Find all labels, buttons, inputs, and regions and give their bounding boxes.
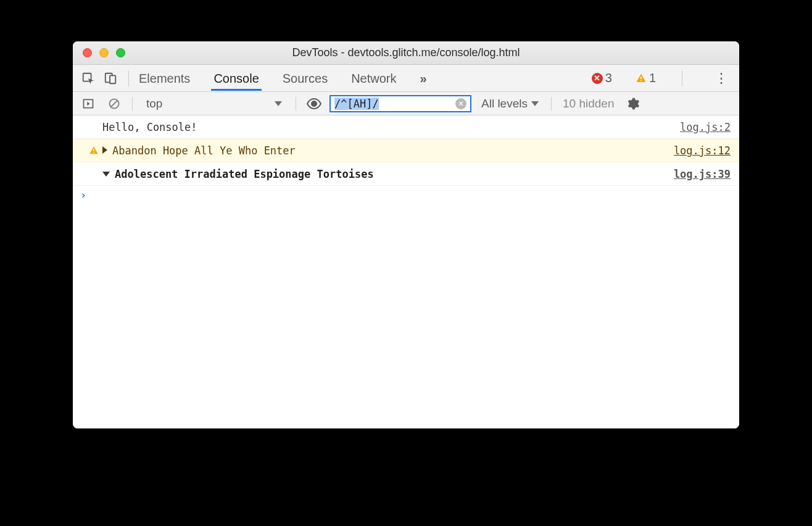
collapse-icon[interactable]	[102, 169, 110, 178]
svg-rect-3	[640, 77, 642, 80]
devtools-window: DevTools - devtools.glitch.me/console/lo…	[73, 41, 739, 428]
message-source-link[interactable]: log.js:2	[680, 121, 731, 133]
toggle-sidebar-icon[interactable]	[78, 94, 99, 114]
console-toolbar: top /^[AH]/ ✕ All levels 10 hidden	[73, 92, 739, 115]
svg-point-8	[311, 101, 317, 107]
device-toolbar-icon[interactable]	[100, 69, 121, 88]
main-tabs: Elements Console Sources Network » ✕ 3 1…	[136, 65, 734, 91]
console-prompt[interactable]: ›	[73, 186, 739, 204]
log-levels-selector[interactable]: All levels	[476, 97, 544, 111]
message-text: Abandon Hope All Ye Who Enter	[112, 144, 674, 157]
message-source-link[interactable]: log.js:39	[674, 168, 731, 180]
titlebar: DevTools - devtools.glitch.me/console/lo…	[73, 41, 739, 65]
console-settings-icon[interactable]	[623, 94, 644, 114]
error-count: 3	[605, 71, 612, 85]
clear-filter-icon[interactable]: ✕	[455, 98, 466, 109]
context-selector[interactable]: top	[140, 97, 288, 111]
divider	[132, 97, 133, 111]
tab-elements[interactable]: Elements	[136, 65, 193, 91]
divider	[551, 97, 552, 111]
error-icon: ✕	[592, 73, 603, 84]
warning-icon	[89, 146, 99, 156]
tab-sources[interactable]: Sources	[280, 65, 330, 91]
expand-icon[interactable]	[102, 146, 107, 156]
console-message-warn[interactable]: Abandon Hope All Ye Who Enter log.js:12	[73, 139, 739, 162]
chevron-down-icon	[531, 101, 539, 106]
tabs-overflow-button[interactable]: »	[418, 65, 429, 91]
levels-label: All levels	[481, 97, 528, 111]
svg-rect-4	[640, 80, 642, 81]
tab-network[interactable]: Network	[349, 65, 399, 91]
inspect-element-icon[interactable]	[78, 69, 99, 88]
divider	[128, 70, 129, 86]
chevron-down-icon	[275, 101, 282, 106]
filter-input[interactable]: /^[AH]/ ✕	[329, 95, 471, 112]
tab-console[interactable]: Console	[211, 65, 261, 91]
more-options-icon[interactable]: ⋮	[708, 70, 734, 86]
hidden-count[interactable]: 10 hidden	[559, 97, 618, 111]
console-message-log[interactable]: Hello, Console! log.js:2	[73, 115, 739, 139]
svg-rect-2	[110, 75, 115, 83]
warning-count-badge[interactable]: 1	[636, 71, 656, 85]
message-gutter	[73, 146, 102, 156]
svg-rect-9	[93, 149, 94, 151]
console-messages: Hello, Console! log.js:2 Abandon Hope Al…	[73, 115, 739, 428]
main-tabstrip: Elements Console Sources Network » ✕ 3 1…	[73, 65, 739, 92]
divider	[296, 97, 296, 111]
warning-icon	[636, 73, 647, 84]
console-message-group[interactable]: Adolescent Irradiated Espionage Tortoise…	[73, 162, 739, 186]
filter-text: /^[AH]/	[334, 98, 452, 110]
window-title: DevTools - devtools.glitch.me/console/lo…	[73, 46, 739, 59]
error-count-badge[interactable]: ✕ 3	[592, 71, 612, 85]
message-text: Hello, Console!	[102, 121, 680, 133]
warning-count: 1	[649, 71, 656, 85]
divider	[682, 70, 682, 86]
svg-line-7	[110, 100, 118, 107]
live-expression-icon[interactable]	[304, 94, 325, 114]
message-text: Adolescent Irradiated Espionage Tortoise…	[115, 168, 674, 180]
message-source-link[interactable]: log.js:12	[674, 144, 731, 157]
clear-console-icon[interactable]	[104, 94, 125, 114]
context-label: top	[146, 97, 162, 111]
prompt-chevron-icon: ›	[80, 189, 86, 201]
svg-rect-10	[93, 152, 94, 153]
